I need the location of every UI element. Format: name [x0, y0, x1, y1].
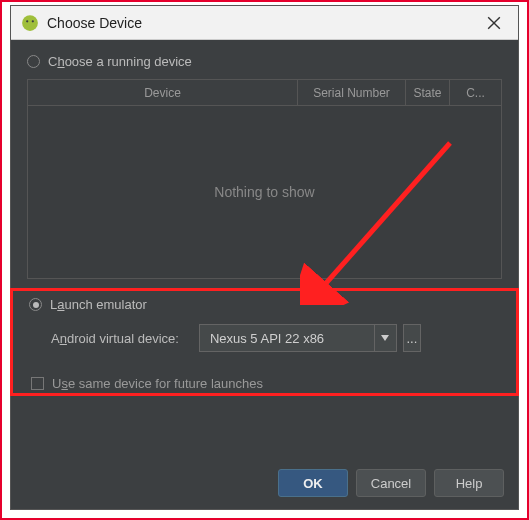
- remember-label: Use same device for future launches: [52, 376, 263, 391]
- ok-button[interactable]: OK: [278, 469, 348, 497]
- app-icon: [21, 14, 39, 32]
- choose-running-label: Choose a running device: [48, 54, 192, 69]
- launch-emulator-section: Launch emulator Android virtual device: …: [27, 291, 502, 358]
- radio-icon: [27, 55, 40, 68]
- avd-dropdown-button[interactable]: [374, 325, 396, 351]
- th-serial[interactable]: Serial Number: [298, 80, 406, 105]
- th-device[interactable]: Device: [28, 80, 298, 105]
- svg-point-1: [26, 20, 28, 22]
- remember-checkbox[interactable]: Use same device for future launches: [31, 376, 502, 391]
- dialog-body: Choose a running device Device Serial Nu…: [11, 40, 518, 457]
- empty-text: Nothing to show: [214, 184, 314, 200]
- help-button[interactable]: Help: [434, 469, 504, 497]
- chevron-down-icon: [381, 335, 389, 341]
- avd-controls: Nexus 5 API 22 x86 ...: [199, 324, 421, 352]
- th-compat[interactable]: C...: [450, 80, 501, 105]
- launch-emulator-radio[interactable]: Launch emulator: [29, 297, 500, 312]
- choose-running-radio[interactable]: Choose a running device: [27, 54, 502, 69]
- button-row: OK Cancel Help: [11, 457, 518, 509]
- window-title: Choose Device: [47, 15, 480, 31]
- avd-combobox[interactable]: Nexus 5 API 22 x86: [199, 324, 397, 352]
- avd-row: Android virtual device: Nexus 5 API 22 x…: [51, 324, 500, 352]
- th-state[interactable]: State: [406, 80, 450, 105]
- launch-emulator-label: Launch emulator: [50, 297, 147, 312]
- svg-point-2: [32, 20, 34, 22]
- close-icon: [487, 16, 501, 30]
- radio-icon: [29, 298, 42, 311]
- checkbox-icon: [31, 377, 44, 390]
- table-body-empty: Nothing to show: [28, 106, 501, 278]
- titlebar: Choose Device: [11, 6, 518, 40]
- close-button[interactable]: [480, 9, 508, 37]
- dialog-window: Choose Device Choose a running device De…: [10, 5, 519, 510]
- svg-point-0: [22, 15, 38, 31]
- avd-browse-button[interactable]: ...: [403, 324, 421, 352]
- device-table: Device Serial Number State C... Nothing …: [27, 79, 502, 279]
- avd-selected-text: Nexus 5 API 22 x86: [200, 331, 374, 346]
- avd-label: Android virtual device:: [51, 331, 179, 346]
- table-header: Device Serial Number State C...: [28, 80, 501, 106]
- cancel-button[interactable]: Cancel: [356, 469, 426, 497]
